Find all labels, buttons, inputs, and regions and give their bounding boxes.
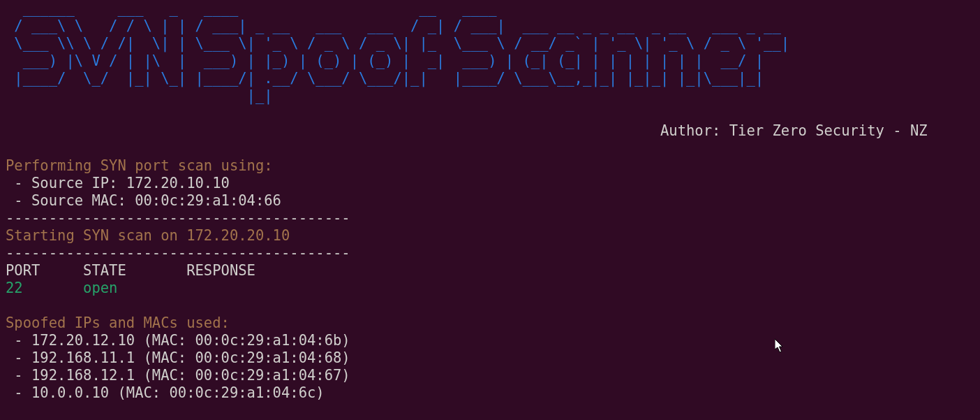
spoof-row: - 172.20.12.10 (MAC: 00:0c:29:a1:04:6b) — [6, 332, 350, 349]
scan-target: Starting SYN scan on 172.20.20.10 — [6, 227, 290, 244]
ascii-banner-line: ___) |\ V / | |\ | ___) | |_) | (_) | (_… — [6, 52, 789, 69]
ascii-banner-line: ______ ___ _ ____ __ ____ — [6, 0, 781, 17]
spoof-row: - 192.168.11.1 (MAC: 00:0c:29:a1:04:68) — [6, 349, 350, 366]
ascii-banner-line: |_| — [6, 87, 789, 104]
section-header: Performing SYN port scan using: — [6, 157, 273, 174]
ascii-banner-line: \___ \\ \ / /| \| | \___ \| '_ \ / _ \ /… — [6, 35, 789, 52]
port-cell: 22 — [6, 280, 83, 296]
spoof-row: - 192.168.12.1 (MAC: 00:0c:29:a1:04:67) — [6, 367, 350, 384]
divider: ---------------------------------------- — [6, 210, 350, 226]
spoof-header: Spoofed IPs and MACs used: — [6, 314, 230, 331]
terminal-output: ______ ___ _ ____ __ ____ / ___\ \ / / \… — [0, 0, 980, 402]
spoof-row: - 10.0.0.10 (MAC: 00:0c:29:a1:04:6c) — [6, 384, 325, 401]
divider: ---------------------------------------- — [6, 245, 350, 261]
source-mac: - Source MAC: 00:0c:29:a1:04:66 — [6, 192, 281, 209]
ascii-banner-line: |____/ \_/ |_| \_| |____/| .__/ \___/ \_… — [6, 70, 789, 87]
state-cell: open — [83, 280, 117, 296]
table-header: PORT STATE RESPONSE — [6, 262, 255, 279]
source-ip: - Source IP: 172.20.10.10 — [6, 175, 230, 191]
author-line: Author: Tier Zero Security - NZ — [6, 122, 928, 139]
ascii-banner-line: / ___\ \ / / \ | | / ___| _ __ ___ ___ /… — [6, 17, 789, 34]
